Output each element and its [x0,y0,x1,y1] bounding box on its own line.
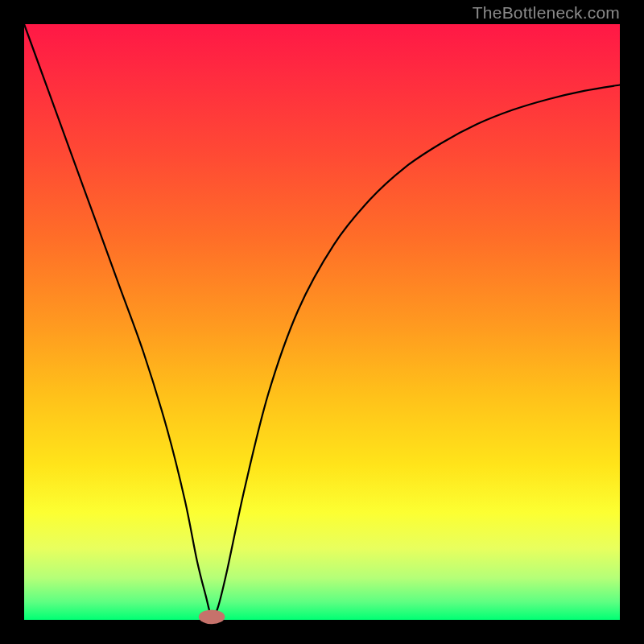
plot-area [24,24,620,620]
watermark-text: TheBottleneck.com [473,3,620,23]
chart-frame: TheBottleneck.com [0,0,644,644]
minimum-marker [199,609,225,624]
bottleneck-curve [24,24,620,617]
curve-layer [24,24,620,620]
